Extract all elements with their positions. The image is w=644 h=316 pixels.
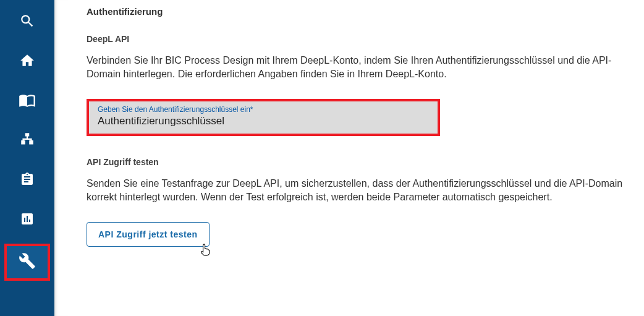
content-divider bbox=[54, 0, 68, 316]
sidebar-item-sitemap[interactable] bbox=[4, 122, 50, 160]
search-icon bbox=[19, 13, 35, 32]
chart-icon bbox=[20, 211, 35, 229]
sitemap-icon bbox=[19, 132, 35, 150]
sidebar-item-admin[interactable] bbox=[4, 244, 50, 281]
home-icon bbox=[19, 53, 35, 71]
test-api-button-label: API Zugriff jetzt testen bbox=[98, 229, 198, 239]
sub-header-deepl-api: DeepL API bbox=[87, 34, 625, 44]
sidebar-item-home[interactable] bbox=[4, 43, 50, 80]
test-api-button[interactable]: API Zugriff jetzt testen bbox=[87, 222, 210, 247]
book-icon bbox=[19, 92, 36, 111]
auth-key-field-highlight: Geben Sie den Authentifizierungsschlüsse… bbox=[87, 99, 440, 136]
auth-key-field[interactable]: Geben Sie den Authentifizierungsschlüsse… bbox=[89, 101, 438, 134]
section-header-auth: Authentifizierung bbox=[87, 6, 625, 17]
deepl-api-description: Verbinden Sie Ihr BIC Process Design mit… bbox=[87, 54, 624, 82]
sidebar bbox=[0, 0, 54, 316]
auth-key-label: Geben Sie den Authentifizierungsschlüsse… bbox=[98, 105, 429, 114]
app-root: Authentifizierung DeepL API Verbinden Si… bbox=[0, 0, 644, 316]
auth-key-input[interactable] bbox=[98, 115, 429, 127]
wrench-icon bbox=[19, 252, 36, 272]
pointer-cursor-icon bbox=[199, 242, 213, 260]
sidebar-item-chart[interactable] bbox=[4, 202, 50, 239]
sidebar-item-clipboard[interactable] bbox=[4, 162, 50, 199]
sidebar-item-catalog[interactable] bbox=[4, 83, 50, 120]
clipboard-icon bbox=[20, 172, 35, 189]
sidebar-item-search[interactable] bbox=[4, 4, 50, 41]
sub-header-test-api: API Zugriff testen bbox=[87, 157, 625, 167]
test-api-description: Senden Sie eine Testanfrage zur DeepL AP… bbox=[87, 177, 624, 205]
main-content: Authentifizierung DeepL API Verbinden Si… bbox=[68, 0, 644, 316]
